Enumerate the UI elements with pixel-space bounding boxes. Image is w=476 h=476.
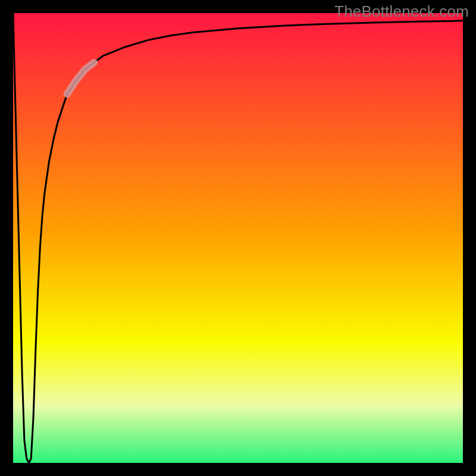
chart-container: TheBottleneck.com — [0, 0, 476, 476]
watermark-text: TheBottleneck.com — [334, 2, 469, 21]
bottleneck-chart — [0, 0, 476, 476]
